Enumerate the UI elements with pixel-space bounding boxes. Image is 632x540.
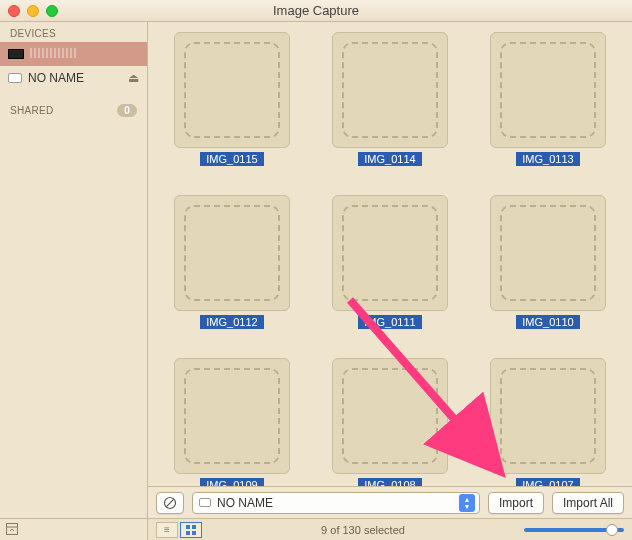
svg-rect-7 (192, 531, 196, 535)
sd-card-icon (8, 73, 22, 83)
thumb-cell[interactable]: IMG_0109 (162, 358, 302, 486)
window-controls (8, 5, 58, 17)
svg-rect-5 (192, 525, 196, 529)
slider-knob-icon (606, 524, 618, 536)
sidebar-toggle-icon[interactable] (6, 523, 18, 537)
list-view-button[interactable]: ≡ (156, 522, 178, 538)
close-icon[interactable] (8, 5, 20, 17)
thumb-cell[interactable]: IMG_0110 (478, 195, 618, 350)
thumb-cell[interactable]: IMG_0111 (320, 195, 460, 350)
device-icon (8, 49, 24, 59)
sidebar-section-shared-row: SHARED 0 (0, 98, 147, 120)
import-toolbar: NO NAME ▲▼ Import Import All (148, 486, 632, 518)
sidebar-item-device[interactable] (0, 42, 147, 66)
sidebar-section-devices: DEVICES (0, 22, 147, 42)
thumb-cell[interactable]: IMG_0115 (162, 32, 302, 187)
grid-view-button[interactable] (180, 522, 202, 538)
titlebar: Image Capture (0, 0, 632, 22)
sidebar-item-noname[interactable]: NO NAME ⏏ (0, 66, 147, 90)
thumb-cell[interactable]: IMG_0108 (320, 358, 460, 486)
thumb-label: IMG_0109 (200, 478, 263, 486)
status-bar: ≡ 9 of 130 selected (148, 518, 632, 540)
destination-label: NO NAME (217, 496, 453, 510)
sidebar-item-label (30, 47, 139, 61)
thumb-label: IMG_0113 (516, 152, 579, 166)
import-button[interactable]: Import (488, 492, 544, 514)
thumb-label: IMG_0114 (358, 152, 421, 166)
chevron-up-down-icon: ▲▼ (459, 494, 475, 512)
thumbnail-placeholder-icon (332, 358, 448, 474)
import-all-button[interactable]: Import All (552, 492, 624, 514)
grid-view-icon (186, 525, 196, 535)
thumb-label: IMG_0110 (516, 315, 579, 329)
thumbnail-placeholder-icon (174, 358, 290, 474)
thumb-label: IMG_0107 (516, 478, 579, 486)
thumbnail-placeholder-icon (490, 195, 606, 311)
thumb-cell[interactable]: IMG_0112 (162, 195, 302, 350)
sidebar-item-label: NO NAME (28, 71, 122, 85)
thumb-cell[interactable]: IMG_0114 (320, 32, 460, 187)
sidebar: DEVICES NO NAME ⏏ SHARED 0 (0, 22, 148, 540)
thumbnail-grid: IMG_0115 IMG_0114 IMG_0113 IMG_0112 IMG_… (148, 22, 632, 486)
view-mode-buttons: ≡ (156, 522, 202, 538)
sidebar-footer (0, 518, 147, 540)
no-entry-icon (163, 496, 177, 510)
svg-rect-6 (186, 531, 190, 535)
zoom-icon[interactable] (46, 5, 58, 17)
thumb-cell[interactable]: IMG_0107 (478, 358, 618, 486)
thumb-label: IMG_0108 (358, 478, 421, 486)
thumbnail-placeholder-icon (332, 32, 448, 148)
sidebar-section-shared: SHARED (10, 105, 53, 116)
svg-rect-4 (186, 525, 190, 529)
thumb-label: IMG_0111 (358, 315, 421, 329)
delete-button[interactable] (156, 492, 184, 514)
svg-line-3 (166, 499, 174, 507)
thumbnail-placeholder-icon (490, 358, 606, 474)
shared-count-badge: 0 (117, 104, 137, 117)
content-area: IMG_0115 IMG_0114 IMG_0113 IMG_0112 IMG_… (148, 22, 632, 540)
minimize-icon[interactable] (27, 5, 39, 17)
sd-card-icon (199, 498, 211, 507)
thumbnail-size-slider[interactable] (524, 528, 624, 532)
selection-status: 9 of 130 selected (210, 524, 516, 536)
destination-select[interactable]: NO NAME ▲▼ (192, 492, 480, 514)
thumb-cell[interactable]: IMG_0113 (478, 32, 618, 187)
window-title: Image Capture (0, 3, 632, 18)
thumbnail-placeholder-icon (490, 32, 606, 148)
thumb-label: IMG_0112 (200, 315, 263, 329)
thumbnail-placeholder-icon (174, 32, 290, 148)
thumb-label: IMG_0115 (200, 152, 263, 166)
eject-icon[interactable]: ⏏ (128, 71, 139, 85)
thumbnail-placeholder-icon (174, 195, 290, 311)
thumbnail-placeholder-icon (332, 195, 448, 311)
